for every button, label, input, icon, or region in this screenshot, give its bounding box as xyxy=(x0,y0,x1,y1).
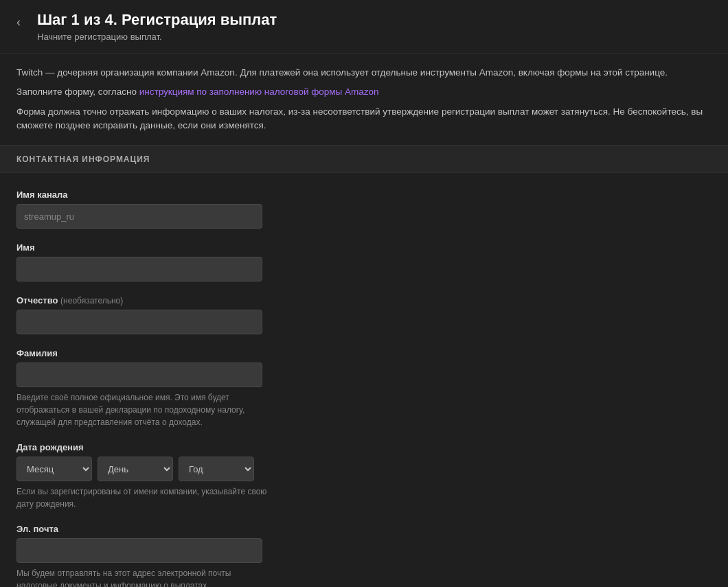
middle-name-input[interactable] xyxy=(16,310,262,334)
first-name-label: Имя xyxy=(16,242,712,253)
name-hint: Введите своё полное официальное имя. Это… xyxy=(16,391,271,428)
info-line3: Форма должна точно отражать информацию о… xyxy=(16,105,712,133)
month-select[interactable]: Месяц Январь Февраль Март Апрель Май Июн… xyxy=(16,457,92,481)
dob-label: Дата рождения xyxy=(16,442,712,452)
info-line1: Twitch — дочерняя организация компании A… xyxy=(16,66,712,80)
page-subtitle: Начните регистрацию выплат. xyxy=(37,32,277,42)
dob-group: Дата рождения Месяц Январь Февраль Март … xyxy=(16,442,712,510)
header-text: Шаг 1 из 4. Регистрация выплат Начните р… xyxy=(37,11,277,42)
middle-name-label: Отчество (необязательно) xyxy=(16,295,712,306)
last-name-label: Фамилия xyxy=(16,348,712,358)
page-title: Шаг 1 из 4. Регистрация выплат xyxy=(37,11,277,29)
first-name-group: Имя xyxy=(16,242,712,281)
date-row: Месяц Январь Февраль Март Апрель Май Июн… xyxy=(16,457,712,481)
email-label: Эл. почта xyxy=(16,524,712,534)
email-group: Эл. почта Мы будем отправлять на этот ад… xyxy=(16,524,712,587)
back-icon: ‹ xyxy=(16,15,21,30)
channel-name-label: Имя канала xyxy=(16,189,712,200)
contact-form: Имя канала Имя Отчество (необязательно) … xyxy=(0,173,728,587)
email-hint: Мы будем отправлять на этот адрес электр… xyxy=(16,567,271,587)
info-section: Twitch — дочерняя организация компании A… xyxy=(0,54,728,146)
amazon-tax-link[interactable]: инструкциям по заполнению налоговой форм… xyxy=(139,87,379,97)
day-select[interactable]: День 123 456 789 101112 131415 161718 19… xyxy=(98,457,173,481)
back-button[interactable]: ‹ xyxy=(16,14,26,31)
page-header: ‹ Шаг 1 из 4. Регистрация выплат Начните… xyxy=(0,0,728,54)
contact-section-header: КОНТАКТНАЯ ИНФОРМАЦИЯ xyxy=(0,146,728,173)
last-name-input[interactable] xyxy=(16,362,262,387)
dob-hint: Если вы зарегистрированы от имени компан… xyxy=(16,485,271,510)
middle-optional-label: (необязательно) xyxy=(60,296,123,306)
info-line2: Заполните форму, согласно инструкциям по… xyxy=(16,85,712,99)
section-title: КОНТАКТНАЯ ИНФОРМАЦИЯ xyxy=(16,154,712,164)
last-name-group: Фамилия Введите своё полное официальное … xyxy=(16,348,712,428)
email-input[interactable] xyxy=(16,538,262,563)
year-select[interactable]: Год 202620252024202320222021202020192018… xyxy=(179,457,254,481)
middle-name-group: Отчество (необязательно) xyxy=(16,295,712,334)
channel-name-input[interactable] xyxy=(16,204,262,229)
first-name-input[interactable] xyxy=(16,257,262,281)
info-line2-prefix: Заполните форму, согласно xyxy=(16,87,139,97)
channel-name-group: Имя канала xyxy=(16,189,712,229)
